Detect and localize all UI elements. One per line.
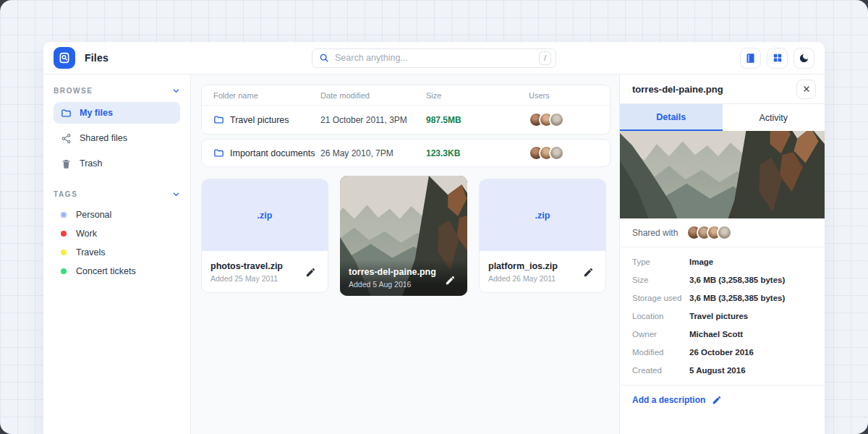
- zip-badge: .zip: [258, 210, 273, 221]
- date-modified: 21 October 2011, 3PM: [320, 115, 426, 125]
- detail-label: Owner: [632, 330, 689, 339]
- tag-item-work[interactable]: Work: [54, 224, 180, 243]
- desktop-background: Files /: [0, 0, 868, 434]
- sidebar: BROWSE My files: [43, 75, 191, 434]
- users-avatar-stack: [529, 112, 598, 127]
- detail-row-size: Size 3,6 MB (3,258,385 bytes): [632, 271, 812, 289]
- detail-value: Image: [689, 258, 713, 266]
- folder-icon: [213, 114, 224, 125]
- file-cards-row: .zip photos-travel.zip Added 25 May 2011: [201, 176, 610, 296]
- header-actions: [740, 48, 814, 69]
- shared-avatar-stack[interactable]: [686, 225, 732, 240]
- library-button[interactable]: [740, 48, 761, 69]
- column-header-date-modified: Date modified: [320, 91, 426, 100]
- rename-button[interactable]: [580, 264, 597, 281]
- detail-label: Created: [632, 366, 689, 375]
- tag-label: Work: [76, 229, 97, 239]
- column-header-users: Users: [529, 91, 598, 100]
- tag-color-dot: [61, 268, 67, 274]
- file-name: torres-del-paine.png: [349, 267, 442, 277]
- users-avatar-stack: [529, 145, 598, 161]
- tag-item-personal[interactable]: Personal: [54, 205, 180, 224]
- tag-color-dot: [61, 212, 67, 218]
- file-preview-image[interactable]: [620, 131, 825, 218]
- detail-value: 3,6 MB (3,258,385 bytes): [689, 276, 785, 284]
- share-icon: [61, 133, 72, 144]
- rename-button[interactable]: [442, 272, 459, 289]
- detail-value: 26 October 2016: [689, 348, 754, 357]
- sidebar-item-label: Shared files: [80, 133, 127, 143]
- tags-section-header[interactable]: TAGS: [54, 190, 180, 198]
- file-added-date: Added 25 May 2011: [210, 274, 302, 283]
- chevron-down-icon[interactable]: [172, 190, 180, 198]
- file-name: photos-travel.zip: [210, 261, 302, 271]
- tags-section: TAGS Personal Work: [54, 190, 180, 281]
- file-card-photos-travel-zip[interactable]: .zip photos-travel.zip Added 25 May 2011: [201, 179, 328, 293]
- add-description-label: Add a description: [632, 395, 705, 405]
- zip-preview-area: .zip: [202, 179, 328, 251]
- detail-label: Location: [632, 312, 689, 320]
- tag-color-dot: [61, 250, 67, 255]
- search-input[interactable]: [335, 53, 539, 63]
- rename-button[interactable]: [302, 264, 319, 281]
- add-description-link[interactable]: Add a description: [620, 386, 825, 414]
- file-name: platform_ios.zip: [488, 261, 580, 271]
- tab-activity[interactable]: Activity: [723, 104, 825, 131]
- pencil-icon: [583, 267, 594, 278]
- tag-label: Personal: [76, 210, 111, 220]
- pencil-icon: [712, 395, 722, 405]
- sidebar-item-trash[interactable]: Trash: [54, 153, 180, 174]
- app-logo-icon[interactable]: [54, 47, 75, 69]
- detail-value: Michael Scott: [689, 330, 743, 339]
- table-row-travel-pictures[interactable]: Travel pictures 21 October 2011, 3PM 987…: [202, 106, 610, 134]
- close-icon: [802, 85, 811, 93]
- grid-view-button[interactable]: [767, 48, 788, 69]
- file-added-date: Added 26 May 2011: [488, 274, 580, 283]
- detail-row-location: Location Travel pictures: [632, 307, 812, 325]
- tag-color-dot: [61, 231, 67, 237]
- browse-section-label: BROWSE: [54, 87, 93, 95]
- folder-name: Important documents: [230, 148, 315, 158]
- panel-file-title: torres-del-paine.png: [632, 84, 723, 95]
- tab-details[interactable]: Details: [620, 104, 723, 131]
- avatar: [549, 112, 564, 127]
- close-panel-button[interactable]: [796, 80, 816, 99]
- column-header-size: Size: [426, 91, 529, 100]
- table-header-row: Folder name Date modified Size Users: [202, 85, 610, 106]
- app-title: Files: [85, 52, 109, 64]
- shared-with-row: Shared with: [620, 218, 825, 247]
- search-icon: [319, 53, 329, 63]
- search-bar[interactable]: /: [312, 48, 556, 68]
- sidebar-item-shared-files[interactable]: Shared files: [54, 127, 180, 149]
- chevron-down-icon[interactable]: [172, 87, 180, 95]
- date-modified: 26 May 2010, 7PM: [320, 148, 426, 158]
- folders-table: Folder name Date modified Size Users: [201, 85, 610, 135]
- file-card-torres-del-paine[interactable]: torres-del-paine.png Added 5 Aug 2016: [340, 176, 467, 296]
- detail-row-storage-used: Storage used 3,6 MB (3,258,385 bytes): [632, 289, 812, 307]
- folder-icon: [61, 108, 72, 119]
- file-card-platform-ios-zip[interactable]: .zip platform_ios.zip Added 26 May 2011: [479, 179, 606, 293]
- browse-section-header[interactable]: BROWSE: [54, 87, 180, 95]
- tag-item-travels[interactable]: Travels: [54, 243, 180, 262]
- files-app-window: Files /: [43, 42, 825, 434]
- tag-label: Travels: [76, 247, 106, 258]
- dark-mode-toggle[interactable]: [793, 48, 814, 69]
- sidebar-item-label: My files: [80, 108, 113, 118]
- detail-value: Travel pictures: [689, 312, 748, 320]
- detail-row-modified: Modified 26 October 2016: [632, 343, 812, 361]
- detail-value: 3,6 MB (3,258,385 bytes): [689, 294, 785, 302]
- avatar: [717, 225, 732, 240]
- pencil-icon: [445, 275, 456, 286]
- file-details-list: Type Image Size 3,6 MB (3,258,385 bytes)…: [620, 247, 825, 386]
- search-shortcut-key: /: [539, 51, 551, 65]
- sidebar-item-my-files[interactable]: My files: [54, 102, 180, 124]
- folder-name: Travel pictures: [230, 115, 289, 125]
- app-body: BROWSE My files: [43, 75, 825, 434]
- table-row-important-documents[interactable]: Important documents 26 May 2010, 7PM 123…: [201, 139, 610, 167]
- folder-size: 987.5MB: [426, 115, 529, 125]
- details-panel: torres-del-paine.png Details Activity: [619, 75, 825, 434]
- grid-icon: [773, 53, 783, 63]
- app-header: Files /: [43, 42, 825, 75]
- tag-item-concert-tickets[interactable]: Concert tickets: [54, 262, 180, 281]
- zip-preview-area: .zip: [480, 179, 605, 251]
